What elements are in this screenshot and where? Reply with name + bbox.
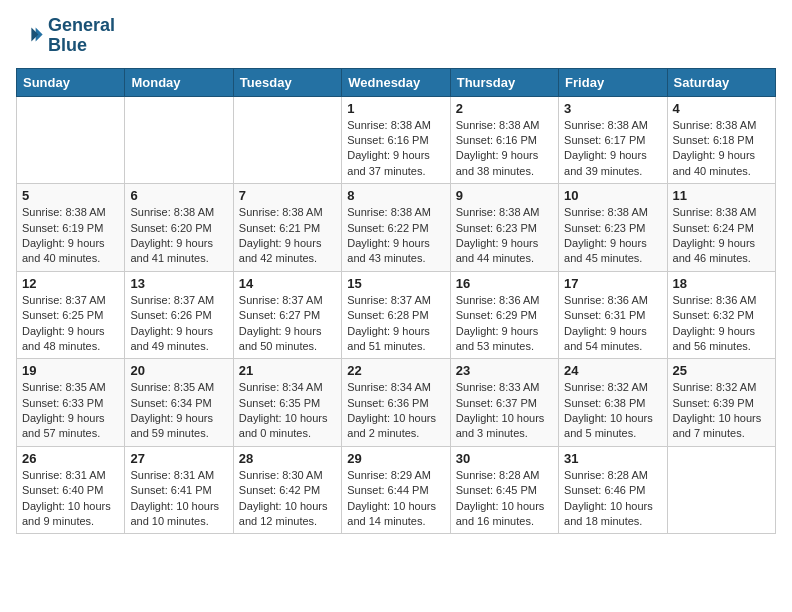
day-info: Sunrise: 8:36 AM Sunset: 6:32 PM Dayligh… [673,293,770,355]
calendar-cell: 30Sunrise: 8:28 AM Sunset: 6:45 PM Dayli… [450,446,558,534]
day-info: Sunrise: 8:38 AM Sunset: 6:20 PM Dayligh… [130,205,227,267]
day-info: Sunrise: 8:38 AM Sunset: 6:23 PM Dayligh… [456,205,553,267]
calendar-cell: 10Sunrise: 8:38 AM Sunset: 6:23 PM Dayli… [559,184,667,272]
day-number: 20 [130,363,227,378]
day-info: Sunrise: 8:34 AM Sunset: 6:35 PM Dayligh… [239,380,336,442]
day-number: 15 [347,276,444,291]
day-info: Sunrise: 8:30 AM Sunset: 6:42 PM Dayligh… [239,468,336,530]
calendar-cell: 19Sunrise: 8:35 AM Sunset: 6:33 PM Dayli… [17,359,125,447]
day-info: Sunrise: 8:34 AM Sunset: 6:36 PM Dayligh… [347,380,444,442]
day-number: 3 [564,101,661,116]
day-info: Sunrise: 8:37 AM Sunset: 6:26 PM Dayligh… [130,293,227,355]
header-thursday: Thursday [450,68,558,96]
header-tuesday: Tuesday [233,68,341,96]
day-info: Sunrise: 8:31 AM Sunset: 6:40 PM Dayligh… [22,468,119,530]
calendar-cell: 28Sunrise: 8:30 AM Sunset: 6:42 PM Dayli… [233,446,341,534]
day-number: 18 [673,276,770,291]
day-number: 14 [239,276,336,291]
calendar-cell: 11Sunrise: 8:38 AM Sunset: 6:24 PM Dayli… [667,184,775,272]
calendar-cell: 15Sunrise: 8:37 AM Sunset: 6:28 PM Dayli… [342,271,450,359]
day-number: 28 [239,451,336,466]
day-number: 2 [456,101,553,116]
day-info: Sunrise: 8:35 AM Sunset: 6:34 PM Dayligh… [130,380,227,442]
day-number: 6 [130,188,227,203]
day-number: 7 [239,188,336,203]
calendar-cell [17,96,125,184]
calendar-cell: 25Sunrise: 8:32 AM Sunset: 6:39 PM Dayli… [667,359,775,447]
day-number: 21 [239,363,336,378]
day-info: Sunrise: 8:29 AM Sunset: 6:44 PM Dayligh… [347,468,444,530]
header-wednesday: Wednesday [342,68,450,96]
calendar-cell: 26Sunrise: 8:31 AM Sunset: 6:40 PM Dayli… [17,446,125,534]
day-info: Sunrise: 8:38 AM Sunset: 6:23 PM Dayligh… [564,205,661,267]
day-number: 29 [347,451,444,466]
calendar-cell: 14Sunrise: 8:37 AM Sunset: 6:27 PM Dayli… [233,271,341,359]
day-number: 10 [564,188,661,203]
day-info: Sunrise: 8:32 AM Sunset: 6:38 PM Dayligh… [564,380,661,442]
calendar-cell [667,446,775,534]
day-number: 19 [22,363,119,378]
calendar-cell [233,96,341,184]
day-number: 27 [130,451,227,466]
calendar-cell: 3Sunrise: 8:38 AM Sunset: 6:17 PM Daylig… [559,96,667,184]
day-info: Sunrise: 8:36 AM Sunset: 6:31 PM Dayligh… [564,293,661,355]
calendar-cell: 5Sunrise: 8:38 AM Sunset: 6:19 PM Daylig… [17,184,125,272]
calendar-cell: 8Sunrise: 8:38 AM Sunset: 6:22 PM Daylig… [342,184,450,272]
calendar-cell: 12Sunrise: 8:37 AM Sunset: 6:25 PM Dayli… [17,271,125,359]
day-info: Sunrise: 8:28 AM Sunset: 6:46 PM Dayligh… [564,468,661,530]
logo: General Blue [16,16,115,56]
day-info: Sunrise: 8:38 AM Sunset: 6:18 PM Dayligh… [673,118,770,180]
calendar-cell: 2Sunrise: 8:38 AM Sunset: 6:16 PM Daylig… [450,96,558,184]
calendar-cell: 16Sunrise: 8:36 AM Sunset: 6:29 PM Dayli… [450,271,558,359]
calendar-cell: 6Sunrise: 8:38 AM Sunset: 6:20 PM Daylig… [125,184,233,272]
day-info: Sunrise: 8:36 AM Sunset: 6:29 PM Dayligh… [456,293,553,355]
calendar-cell: 13Sunrise: 8:37 AM Sunset: 6:26 PM Dayli… [125,271,233,359]
day-info: Sunrise: 8:37 AM Sunset: 6:28 PM Dayligh… [347,293,444,355]
calendar-week-row: 12Sunrise: 8:37 AM Sunset: 6:25 PM Dayli… [17,271,776,359]
day-number: 24 [564,363,661,378]
calendar-cell: 9Sunrise: 8:38 AM Sunset: 6:23 PM Daylig… [450,184,558,272]
calendar-cell: 23Sunrise: 8:33 AM Sunset: 6:37 PM Dayli… [450,359,558,447]
calendar-cell: 24Sunrise: 8:32 AM Sunset: 6:38 PM Dayli… [559,359,667,447]
day-info: Sunrise: 8:38 AM Sunset: 6:16 PM Dayligh… [456,118,553,180]
calendar-cell: 31Sunrise: 8:28 AM Sunset: 6:46 PM Dayli… [559,446,667,534]
calendar-week-row: 19Sunrise: 8:35 AM Sunset: 6:33 PM Dayli… [17,359,776,447]
day-number: 30 [456,451,553,466]
calendar-cell: 21Sunrise: 8:34 AM Sunset: 6:35 PM Dayli… [233,359,341,447]
calendar-cell [125,96,233,184]
day-number: 11 [673,188,770,203]
day-info: Sunrise: 8:28 AM Sunset: 6:45 PM Dayligh… [456,468,553,530]
logo-text: General Blue [48,16,115,56]
day-number: 16 [456,276,553,291]
day-number: 1 [347,101,444,116]
calendar-cell: 27Sunrise: 8:31 AM Sunset: 6:41 PM Dayli… [125,446,233,534]
calendar-week-row: 1Sunrise: 8:38 AM Sunset: 6:16 PM Daylig… [17,96,776,184]
day-number: 25 [673,363,770,378]
calendar-cell: 17Sunrise: 8:36 AM Sunset: 6:31 PM Dayli… [559,271,667,359]
calendar-cell: 22Sunrise: 8:34 AM Sunset: 6:36 PM Dayli… [342,359,450,447]
day-number: 12 [22,276,119,291]
day-info: Sunrise: 8:32 AM Sunset: 6:39 PM Dayligh… [673,380,770,442]
day-number: 23 [456,363,553,378]
day-info: Sunrise: 8:38 AM Sunset: 6:22 PM Dayligh… [347,205,444,267]
day-info: Sunrise: 8:38 AM Sunset: 6:21 PM Dayligh… [239,205,336,267]
day-number: 31 [564,451,661,466]
day-number: 8 [347,188,444,203]
day-number: 13 [130,276,227,291]
day-number: 5 [22,188,119,203]
calendar-header-row: Sunday Monday Tuesday Wednesday Thursday… [17,68,776,96]
day-info: Sunrise: 8:38 AM Sunset: 6:24 PM Dayligh… [673,205,770,267]
day-number: 4 [673,101,770,116]
calendar-cell: 18Sunrise: 8:36 AM Sunset: 6:32 PM Dayli… [667,271,775,359]
calendar-week-row: 26Sunrise: 8:31 AM Sunset: 6:40 PM Dayli… [17,446,776,534]
header-friday: Friday [559,68,667,96]
day-info: Sunrise: 8:38 AM Sunset: 6:16 PM Dayligh… [347,118,444,180]
day-number: 9 [456,188,553,203]
calendar-cell: 1Sunrise: 8:38 AM Sunset: 6:16 PM Daylig… [342,96,450,184]
calendar-cell: 20Sunrise: 8:35 AM Sunset: 6:34 PM Dayli… [125,359,233,447]
logo-icon [16,22,44,50]
calendar-cell: 4Sunrise: 8:38 AM Sunset: 6:18 PM Daylig… [667,96,775,184]
header-monday: Monday [125,68,233,96]
day-number: 26 [22,451,119,466]
day-info: Sunrise: 8:38 AM Sunset: 6:19 PM Dayligh… [22,205,119,267]
